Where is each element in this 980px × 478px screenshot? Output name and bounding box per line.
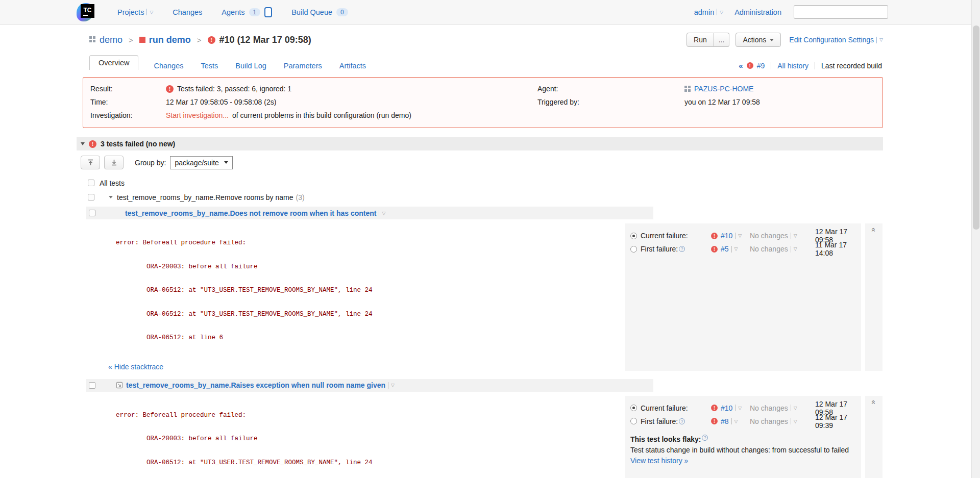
build-number-link[interactable]: #10: [721, 232, 732, 240]
search-box[interactable]: [794, 5, 888, 19]
help-icon[interactable]: ?: [679, 418, 685, 424]
failed-tests-section-bar[interactable]: ! 3 tests failed (no new): [77, 137, 883, 150]
current-failure-radio[interactable]: [630, 405, 637, 411]
changes-label: No changes: [750, 232, 788, 240]
collapse-all-button[interactable]: [81, 156, 100, 169]
start-investigation-link[interactable]: Start investigation...: [166, 109, 229, 122]
chevron-down-icon: [224, 161, 228, 164]
chevron-down-icon[interactable]: ▽: [382, 211, 385, 216]
breadcrumb-separator: >: [129, 36, 133, 44]
teamcity-logo[interactable]: TC: [77, 2, 96, 22]
test-name-link[interactable]: test_remove_rooms_by_name.Does not remov…: [125, 209, 376, 217]
view-test-history-link[interactable]: View test history »: [630, 457, 688, 465]
suite-name: test_remove_rooms_by_name.Remove rooms b…: [117, 193, 293, 202]
nav-agents-link[interactable]: Agents: [222, 8, 244, 16]
search-input[interactable]: [797, 8, 889, 16]
chevron-down-icon[interactable]: ▽: [738, 233, 742, 238]
chevron-down-icon: [770, 39, 774, 41]
chevron-down-icon[interactable]: ▽: [734, 419, 738, 424]
divider: [731, 246, 732, 253]
nav-build-queue-link[interactable]: Build Queue: [291, 8, 332, 16]
build-number-link[interactable]: #8: [721, 417, 729, 425]
current-failure-radio[interactable]: [630, 233, 637, 239]
edit-config-link[interactable]: Edit Configuration Settings: [789, 36, 874, 44]
nav-build-queue[interactable]: Build Queue 0: [291, 8, 348, 16]
chevron-down-icon[interactable]: ▽: [794, 233, 797, 238]
suite-checkbox[interactable]: [88, 194, 94, 200]
first-failure-radio[interactable]: [630, 246, 637, 253]
group-by-select[interactable]: package/suite: [170, 156, 232, 169]
collapse-panel-box[interactable]: «: [865, 396, 883, 478]
nav-agents[interactable]: Agents 1: [222, 7, 272, 17]
nav-projects[interactable]: Projects ▽: [117, 8, 153, 16]
error-status-icon: !: [711, 233, 718, 239]
stacktrace-line: error: Beforeall procedure failed:: [116, 412, 625, 420]
chevron-down-icon[interactable]: ▽: [879, 37, 883, 42]
section-collapse-icon[interactable]: [81, 142, 85, 145]
chevron-down-icon[interactable]: ▽: [794, 406, 797, 411]
tab-build-log[interactable]: Build Log: [235, 62, 266, 70]
stacktrace-line: ORA-06512: at "UT3_USER.TEST_REMOVE_ROOM…: [116, 287, 625, 295]
result-value: ! Tests failed: 3, passed: 6, ignored: 1: [166, 82, 537, 95]
divider: [791, 233, 791, 239]
first-failure-radio[interactable]: [630, 418, 637, 424]
chevron-down-icon[interactable]: ▽: [150, 10, 153, 15]
build-config-icon: [139, 37, 145, 43]
breadcrumb-project-link[interactable]: demo: [100, 35, 122, 45]
chevron-down-icon[interactable]: ▽: [391, 383, 395, 388]
chevron-down-icon[interactable]: ▽: [794, 246, 797, 251]
changes-cell: No changes ▽: [750, 232, 815, 240]
tab-changes[interactable]: Changes: [154, 62, 183, 70]
hide-stacktrace-link[interactable]: « Hide stacktrace: [108, 363, 163, 371]
collapse-up-icon[interactable]: «: [870, 228, 878, 232]
run-button[interactable]: Run: [687, 33, 714, 47]
chevron-down-icon[interactable]: ▽: [794, 419, 797, 424]
all-tests-checkbox[interactable]: [88, 180, 94, 186]
nav-changes[interactable]: Changes: [173, 8, 202, 16]
build-number-link[interactable]: #5: [721, 245, 729, 253]
stacktrace-area: error: Beforeall procedure failed: ORA-2…: [77, 223, 625, 371]
expand-all-button[interactable]: [104, 156, 124, 169]
investigation-value: Start investigation... of current proble…: [166, 109, 537, 122]
agent-link[interactable]: PAZUS-PC-HOME: [694, 82, 753, 95]
collapse-panel-box[interactable]: «: [865, 223, 883, 371]
administration-link[interactable]: Administration: [734, 8, 781, 16]
changes-label: No changes: [750, 245, 788, 253]
test-name-link[interactable]: test_remove_rooms_by_name.Raises excepti…: [126, 381, 385, 389]
header-actions: Run ... Actions Edit Configuration Setti…: [687, 33, 883, 47]
stacktrace: error: Beforeall procedure failed: ORA-2…: [116, 396, 625, 478]
nav-projects-link[interactable]: Projects: [117, 8, 144, 16]
previous-build-link[interactable]: #9: [757, 62, 765, 70]
nav-changes-link[interactable]: Changes: [173, 8, 202, 16]
chevron-down-icon[interactable]: ▽: [734, 246, 738, 251]
tab-parameters[interactable]: Parameters: [284, 62, 322, 70]
user-menu[interactable]: admin: [694, 8, 715, 16]
chevron-down-icon[interactable]: ▽: [738, 406, 742, 411]
tab-tests[interactable]: Tests: [201, 62, 218, 70]
run-custom-button[interactable]: ...: [714, 33, 730, 47]
previous-build-icon[interactable]: «: [739, 61, 743, 70]
suite-collapse-icon[interactable]: [109, 196, 113, 198]
test-name-row[interactable]: test_remove_rooms_by_name.Raises excepti…: [86, 379, 653, 392]
current-failure-cell: Current failure:: [630, 404, 711, 412]
divider: [717, 9, 717, 15]
collapse-up-icon[interactable]: «: [870, 400, 878, 404]
flaky-description: Test status change in build without chan…: [630, 446, 854, 454]
changes-cell: No changes ▽: [750, 404, 815, 412]
test-checkbox[interactable]: [89, 210, 95, 216]
all-history-link[interactable]: All history: [777, 62, 808, 70]
breadcrumb-config-link[interactable]: run demo: [149, 35, 191, 45]
vertical-scrollbar[interactable]: [971, 0, 980, 478]
actions-button[interactable]: Actions: [736, 33, 781, 47]
test-name-row[interactable]: test_remove_rooms_by_name.Does not remov…: [86, 207, 653, 219]
tab-artifacts[interactable]: Artifacts: [339, 62, 366, 70]
build-number-link[interactable]: #10: [721, 404, 732, 412]
all-tests-label: All tests: [100, 179, 125, 187]
test-checkbox[interactable]: [89, 382, 95, 389]
time-value: 12 Mar 17 09:58:05 - 09:58:08 (2s): [166, 95, 537, 109]
help-icon[interactable]: ?: [679, 246, 685, 252]
help-icon[interactable]: ?: [702, 435, 708, 441]
chevron-down-icon[interactable]: ▽: [720, 10, 723, 15]
scrollbar-thumb[interactable]: [973, 26, 979, 230]
tab-overview[interactable]: Overview: [89, 55, 138, 70]
